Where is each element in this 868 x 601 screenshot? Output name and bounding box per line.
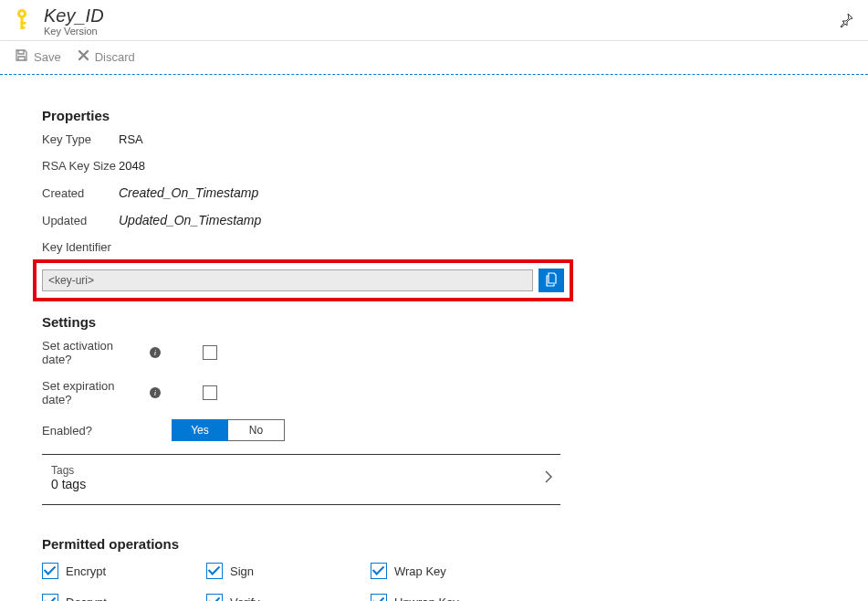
page-title: Key_ID	[44, 5, 104, 26]
perm-encrypt: Encrypt	[42, 563, 206, 579]
enabled-no-button[interactable]: No	[228, 419, 285, 441]
sign-checkbox[interactable]	[206, 563, 223, 579]
perm-verify: Verify	[206, 594, 371, 601]
svg-rect-3	[21, 22, 26, 25]
prop-key-size: RSA Key Size 2048	[42, 159, 560, 173]
prop-label: Updated	[42, 214, 119, 227]
perm-label: Encrypt	[66, 564, 106, 578]
prop-key-type: Key Type RSA	[42, 132, 560, 146]
activation-date-row: Set activation date? i	[42, 339, 560, 366]
chevron-right-icon	[544, 469, 553, 487]
discard-label: Discard	[95, 50, 135, 64]
copy-icon	[545, 272, 559, 290]
perm-unwrap: Unwrap Key	[371, 594, 535, 601]
decrypt-checkbox[interactable]	[42, 594, 58, 601]
expiration-label: Set expiration date?	[42, 379, 146, 406]
verify-checkbox[interactable]	[206, 594, 223, 601]
key-identifier-label: Key Identifier	[42, 240, 560, 254]
tags-count: 0 tags	[51, 477, 86, 491]
prop-updated: Updated Updated_On_Timestamp	[42, 213, 560, 227]
unwrap-checkbox[interactable]	[371, 594, 387, 601]
perm-label: Unwrap Key	[394, 596, 459, 602]
activation-checkbox[interactable]	[203, 345, 217, 360]
prop-label: Key Type	[42, 132, 119, 146]
enabled-row: Enabled? Yes No	[42, 419, 560, 441]
prop-value: RSA	[119, 132, 143, 146]
encrypt-checkbox[interactable]	[42, 563, 58, 579]
prop-label: Created	[42, 186, 119, 200]
save-button[interactable]: Save	[15, 48, 61, 65]
prop-label: RSA Key Size	[42, 159, 119, 173]
info-icon[interactable]: i	[150, 387, 161, 398]
wrap-checkbox[interactable]	[371, 563, 387, 579]
enabled-toggle: Yes No	[172, 419, 285, 441]
enabled-label: Enabled?	[42, 424, 92, 438]
page-subtitle: Key Version	[44, 26, 104, 37]
perm-decrypt: Decrypt	[42, 594, 206, 601]
svg-point-1	[20, 12, 24, 16]
close-icon	[78, 49, 89, 64]
perm-label: Decrypt	[66, 596, 107, 602]
settings-heading: Settings	[42, 314, 560, 330]
page-header: Key_ID Key Version	[0, 0, 868, 41]
prop-value: Created_On_Timestamp	[119, 185, 258, 200]
key-uri-input[interactable]	[42, 269, 533, 291]
discard-button[interactable]: Discard	[78, 49, 135, 64]
perm-sign: Sign	[206, 563, 371, 579]
title-block: Key_ID Key Version	[44, 5, 104, 37]
expiration-date-row: Set expiration date? i	[42, 379, 560, 406]
properties-heading: Properties	[42, 108, 560, 123]
prop-value: 2048	[119, 159, 145, 173]
perm-label: Wrap Key	[394, 564, 446, 578]
tags-text: Tags 0 tags	[51, 464, 86, 491]
svg-rect-4	[21, 26, 26, 29]
pin-icon[interactable]	[839, 13, 853, 30]
tags-bar[interactable]: Tags 0 tags	[42, 455, 560, 505]
perm-label: Sign	[230, 564, 254, 578]
perm-wrap: Wrap Key	[371, 563, 535, 579]
expiration-checkbox[interactable]	[203, 385, 217, 400]
info-icon[interactable]: i	[150, 347, 161, 358]
key-uri-highlight	[33, 259, 573, 301]
key-icon	[15, 8, 35, 35]
permitted-heading: Permitted operations	[42, 536, 560, 552]
tags-label: Tags	[51, 464, 86, 477]
permitted-grid: Encrypt Sign Wrap Key Decrypt Verify Unw…	[42, 563, 560, 601]
perm-label: Verify	[230, 596, 260, 602]
activation-label: Set activation date?	[42, 339, 146, 366]
enabled-yes-button[interactable]: Yes	[172, 419, 228, 441]
save-label: Save	[34, 50, 61, 64]
main-content: Properties Key Type RSA RSA Key Size 204…	[0, 75, 602, 601]
copy-button[interactable]	[539, 269, 564, 292]
prop-created: Created Created_On_Timestamp	[42, 185, 560, 200]
toolbar: Save Discard	[0, 41, 868, 75]
save-icon	[15, 48, 28, 65]
prop-value: Updated_On_Timestamp	[119, 213, 261, 227]
